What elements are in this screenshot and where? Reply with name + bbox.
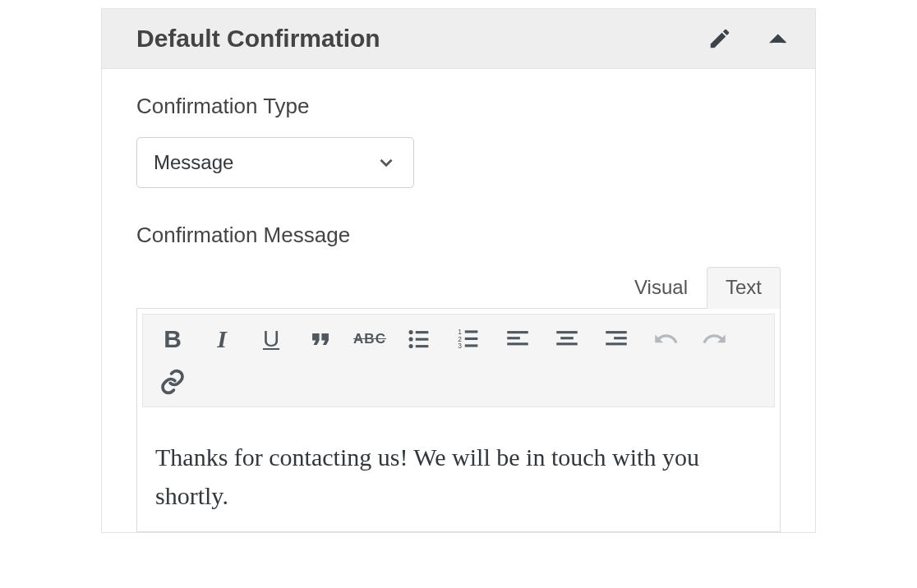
undo-icon <box>652 325 680 353</box>
italic-button[interactable]: I <box>197 318 247 361</box>
redo-icon <box>701 325 729 353</box>
link-icon <box>159 368 187 396</box>
strikethrough-button[interactable]: ABC <box>345 318 394 361</box>
redo-button[interactable] <box>690 318 740 361</box>
collapse-button[interactable] <box>763 24 792 53</box>
select-value: Message <box>154 151 376 174</box>
svg-rect-15 <box>556 331 578 333</box>
quote-icon <box>306 325 334 353</box>
align-center-button[interactable] <box>542 318 592 361</box>
svg-rect-14 <box>507 342 528 345</box>
align-right-icon <box>602 325 630 353</box>
confirmation-panel: Default Confirmation Confirmation Type M… <box>101 8 816 533</box>
undo-button[interactable] <box>641 318 690 361</box>
svg-rect-20 <box>606 342 627 345</box>
align-left-button[interactable] <box>493 318 542 361</box>
svg-rect-5 <box>416 345 429 347</box>
svg-rect-16 <box>560 337 574 339</box>
numbered-list-icon: 1 2 3 <box>454 325 482 353</box>
svg-point-2 <box>409 337 413 341</box>
tab-text[interactable]: Text <box>707 267 781 309</box>
svg-text:3: 3 <box>458 342 462 350</box>
editor-tabs: Visual Text <box>136 266 781 308</box>
link-button[interactable] <box>148 361 197 403</box>
bold-icon: B <box>164 325 182 353</box>
svg-rect-1 <box>416 331 429 333</box>
bold-button[interactable]: B <box>148 318 197 361</box>
strikethrough-icon: ABC <box>353 331 386 347</box>
underline-icon: U <box>263 326 279 352</box>
chevron-up-icon <box>763 24 792 53</box>
panel-title: Default Confirmation <box>136 25 380 53</box>
bullet-list-icon <box>405 325 433 353</box>
svg-rect-12 <box>507 331 528 333</box>
bullet-list-button[interactable] <box>394 318 444 361</box>
editor-toolbar: B I U ABC <box>142 314 775 407</box>
underline-button[interactable]: U <box>247 318 296 361</box>
align-left-icon <box>504 325 532 353</box>
panel-actions <box>705 24 792 53</box>
svg-rect-19 <box>614 337 627 339</box>
blockquote-button[interactable] <box>296 318 345 361</box>
align-center-icon <box>553 325 581 353</box>
numbered-list-button[interactable]: 1 2 3 <box>444 318 493 361</box>
svg-rect-18 <box>606 331 627 333</box>
confirmation-type-label: Confirmation Type <box>136 94 781 119</box>
svg-rect-17 <box>556 342 578 345</box>
confirmation-message-label: Confirmation Message <box>136 223 781 248</box>
svg-rect-11 <box>465 344 478 347</box>
svg-point-4 <box>409 344 413 348</box>
align-right-button[interactable] <box>592 318 641 361</box>
svg-point-0 <box>409 330 413 334</box>
tab-visual[interactable]: Visual <box>615 267 707 309</box>
svg-rect-3 <box>416 338 429 341</box>
pencil-icon <box>707 26 732 51</box>
editor: B I U ABC <box>136 308 781 532</box>
edit-button[interactable] <box>705 24 735 53</box>
panel-body: Confirmation Type Message Confirmation M… <box>102 69 815 532</box>
svg-rect-9 <box>465 338 478 340</box>
chevron-down-icon <box>376 152 397 173</box>
editor-content[interactable]: Thanks for contacting us! We will be in … <box>137 412 780 531</box>
confirmation-type-select[interactable]: Message <box>136 137 414 188</box>
svg-rect-7 <box>465 330 478 333</box>
panel-header: Default Confirmation <box>102 9 815 69</box>
svg-rect-13 <box>507 337 520 339</box>
italic-icon: I <box>217 325 227 353</box>
